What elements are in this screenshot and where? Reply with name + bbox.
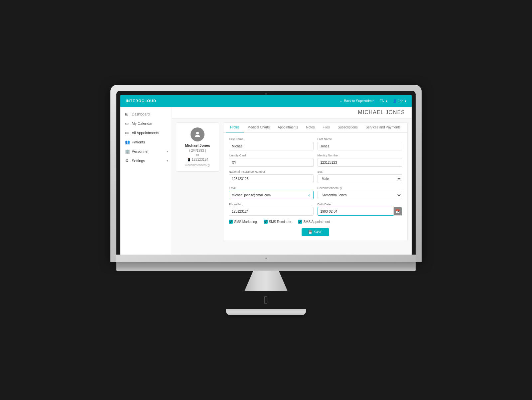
last-name-input[interactable]	[318, 142, 402, 150]
form-group-recommended-by: Recommended By Samantha Jones	[318, 186, 402, 199]
phone-input[interactable]	[229, 207, 313, 216]
tab-medical-charts[interactable]: Medical Charts	[244, 123, 274, 132]
monitor-chin	[116, 255, 416, 262]
phone-icon: 📱	[187, 158, 191, 161]
birth-date-input[interactable]	[318, 207, 402, 216]
save-row: 💾 SAVE	[229, 228, 402, 236]
identity-card-input[interactable]	[229, 158, 313, 167]
page-title: MICHAEL JONES	[358, 109, 405, 115]
form-group-first-name: First Name	[229, 137, 313, 150]
header-right: ← Back to SuperAdmin EN ▾ 👤 Joe ▾	[339, 99, 406, 103]
checkboxes-row: SMS Marketing SMS Reminder	[229, 220, 402, 224]
sms-marketing-checkbox-item: SMS Marketing	[229, 220, 257, 224]
username: Joe	[398, 99, 403, 103]
app-header: INTEROCLOUD ← Back to SuperAdmin EN ▾ 👤	[120, 95, 412, 107]
form-area: First Name Last Name	[223, 133, 407, 241]
user-icon: 👤	[393, 99, 397, 103]
sidebar-item-label: My Calendar	[132, 121, 152, 125]
monitor-bottom	[116, 262, 416, 271]
calendar-icon[interactable]: 📅	[393, 207, 402, 216]
sidebar-item-label: Dashboard	[132, 112, 150, 116]
first-name-input[interactable]	[229, 142, 313, 150]
content-area: Michael Jones ( 2/4/1993 ) ✉ 📱 123123124…	[172, 118, 412, 245]
save-button[interactable]: 💾 SAVE	[302, 228, 329, 236]
main-content: MICHAEL JONES	[172, 107, 412, 255]
recommended-by-select[interactable]: Samantha Jones	[318, 191, 402, 199]
identity-number-input[interactable]	[318, 158, 402, 167]
identity-card-label: Identity Card	[229, 154, 313, 157]
app-logo: INTEROCLOUD	[126, 99, 156, 103]
settings-icon: ⚙	[125, 158, 130, 163]
dashboard-icon: ⊞	[125, 112, 130, 116]
sms-reminder-label: SMS Reminder	[269, 220, 292, 224]
sidebar-item-patients[interactable]: 👥 Patients	[120, 137, 172, 147]
national-insurance-label: National Insurance Number	[229, 170, 313, 173]
chevron-right-icon: ▾	[167, 159, 168, 162]
identity-number-label: Identity Number	[318, 154, 402, 157]
sms-appointment-label: SMS Appointment	[303, 220, 330, 224]
form-group-email: Email ✓	[229, 186, 313, 199]
form-group-sex: Sex Male Female	[318, 170, 402, 183]
form-row-email-recommended: Email ✓ Recommended By	[229, 186, 402, 199]
sidebar-item-dashboard[interactable]: ⊞ Dashboard	[120, 109, 172, 119]
tab-files[interactable]: Files	[319, 123, 334, 132]
screen: INTEROCLOUD ← Back to SuperAdmin EN ▾ 👤	[120, 95, 412, 255]
checkmark-icon: ✓	[308, 193, 311, 197]
back-icon: ←	[339, 99, 343, 103]
phone-label: Phone No.	[229, 203, 313, 206]
avatar	[191, 127, 204, 141]
birth-date-input-wrapper: 📅	[318, 207, 402, 216]
sms-reminder-checkbox-item: SMS Reminder	[264, 220, 292, 224]
sidebar-item-label: All Appointments	[132, 131, 159, 135]
form-group-national-insurance: National Insurance Number	[229, 170, 313, 183]
tab-notes[interactable]: Notes	[302, 123, 319, 132]
tab-appointments[interactable]: Appointments	[274, 123, 302, 132]
sms-marketing-checkbox[interactable]	[229, 220, 233, 224]
profile-panel: Profile Medical Charts Appointments Note…	[223, 122, 408, 241]
sidebar-item-label: Settings	[132, 159, 145, 163]
sex-select[interactable]: Male Female	[318, 174, 402, 183]
sms-marketing-label: SMS Marketing	[234, 220, 257, 224]
chevron-down-icon: ▾	[386, 99, 387, 103]
form-row-insurance-sex: National Insurance Number Sex Male Femal…	[229, 170, 402, 183]
patient-dob: ( 2/4/1993 )	[180, 149, 215, 152]
sms-appointment-checkbox[interactable]	[298, 220, 302, 224]
sidebar-item-personnel[interactable]: 🏢 Personnel ▾	[120, 147, 172, 156]
calendar-icon: ▭	[125, 121, 130, 126]
form-group-identity-card: Identity Card	[229, 154, 313, 167]
svg-point-0	[196, 132, 199, 134]
personnel-icon: 🏢	[125, 149, 130, 154]
email-input[interactable]	[229, 191, 313, 199]
sidebar-item-my-calendar[interactable]: ▭ My Calendar	[120, 119, 172, 128]
form-group-phone: Phone No.	[229, 203, 313, 216]
chevron-down-icon: ▾	[405, 99, 406, 103]
appointments-icon: ▭	[125, 130, 130, 135]
form-group-birth-date: Birth Date 📅	[318, 203, 402, 216]
user-menu[interactable]: 👤 Joe ▾	[393, 99, 406, 103]
first-name-label: First Name	[229, 137, 313, 141]
language-selector[interactable]: EN ▾	[380, 99, 387, 103]
form-group-last-name: Last Name	[318, 137, 402, 150]
birth-date-label: Birth Date	[318, 203, 402, 206]
tab-subscriptions[interactable]: Subscriptions	[334, 123, 362, 132]
form-group-identity-number: Identity Number	[318, 154, 402, 167]
tab-profile[interactable]: Profile	[226, 123, 243, 132]
monitor-dot	[265, 258, 267, 259]
sidebar-item-label: Personnel	[132, 149, 148, 153]
monitor-stand-neck	[244, 271, 288, 291]
sidebar-item-all-appointments[interactable]: ▭ All Appointments	[120, 128, 172, 137]
sex-label: Sex	[318, 170, 402, 173]
sms-appointment-checkbox-item: SMS Appointment	[298, 220, 330, 224]
email-input-wrapper: ✓	[229, 191, 313, 199]
back-to-superadmin[interactable]: ← Back to SuperAdmin	[339, 99, 374, 103]
national-insurance-input[interactable]	[229, 174, 313, 183]
recommended-by-label: Recommended By	[180, 163, 215, 167]
apple-logo: 	[259, 293, 273, 306]
patient-phone: 📱 123123124	[180, 158, 215, 161]
app-body: ⊞ Dashboard ▭ My Calendar ▭ All Appointm…	[120, 107, 412, 255]
sidebar-item-settings[interactable]: ⚙ Settings ▾	[120, 156, 172, 165]
recommended-by-form-label: Recommended By	[318, 186, 402, 190]
save-label: SAVE	[314, 230, 323, 234]
sms-reminder-checkbox[interactable]	[264, 220, 268, 224]
tab-services-payments[interactable]: Services and Payments	[362, 123, 405, 132]
